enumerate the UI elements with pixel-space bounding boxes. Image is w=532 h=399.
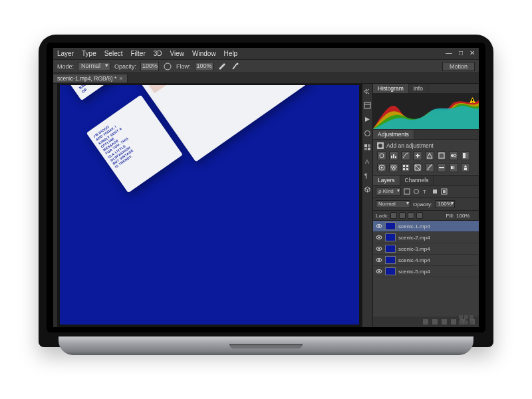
adj-invert-icon[interactable] [413,163,422,172]
opacity-label: Opacity: [114,63,136,70]
svg-point-53 [378,259,380,261]
adj-hue-icon[interactable] [437,151,446,160]
filter-smart-icon[interactable] [441,188,448,195]
close-tab-icon[interactable]: × [119,75,122,82]
menu-help[interactable]: Help [224,50,238,57]
menu-view[interactable]: View [170,50,185,57]
visibility-eye-icon[interactable] [376,245,382,252]
menu-type[interactable]: Type [82,50,96,57]
flow-value-input[interactable]: 100% [195,62,213,71]
menu-select[interactable]: Select [104,50,123,57]
rail-color-icon[interactable] [364,130,371,137]
canvas-artwork: A KIND OF I'M DIOGO AND TODAY, I KINDLY … [60,85,359,279]
bezel: Layer Type Select Filter 3D View Window … [47,43,485,332]
layer-blend-mode-select[interactable]: Normal [376,200,410,208]
menu-window[interactable]: Window [192,50,216,57]
adj-selectivecolor-icon[interactable] [461,163,470,172]
adj-photofilter-icon[interactable] [377,163,386,172]
window-minimize-button[interactable]: — [446,49,452,57]
layer-row[interactable]: scenic-5.mp4 [373,266,479,277]
title-card: A KIND OF [60,85,127,100]
layer-row[interactable]: scenic-1.mp4 [373,221,479,232]
rail-cube-icon[interactable] [364,186,371,193]
document-tab[interactable]: scenic-1.mp4, RGB/8) * × [53,74,128,82]
menu-filter[interactable]: Filter [131,50,146,57]
pressure-size-icon[interactable] [231,62,240,71]
rail-arrow-icon[interactable] [364,88,371,95]
adj-gradientmap-icon[interactable] [449,163,458,172]
adj-colorbalance-icon[interactable] [449,151,458,160]
motion-workspace-button[interactable]: Motion [442,62,475,71]
layer-thumbnail [385,256,396,264]
window-maximize-button[interactable]: □ [459,49,463,57]
blend-mode-select[interactable]: Normal [78,62,110,71]
svg-rect-38 [451,166,456,169]
filter-shape-icon[interactable] [432,188,438,195]
adj-channelmixer-icon[interactable] [389,163,398,172]
histogram-warning-icon[interactable] [469,96,476,104]
adj-brightness-icon[interactable] [377,151,386,160]
menu-layer[interactable]: Layer [57,50,74,57]
new-group-icon[interactable] [451,319,456,325]
layer-filter-kind-select[interactable]: ρ Kind [376,188,401,196]
rail-history-icon[interactable] [364,102,371,109]
filter-adjust-icon[interactable] [413,188,420,195]
menu-3d[interactable]: 3D [154,50,162,57]
filter-pixel-icon[interactable] [404,188,410,195]
canvas-area[interactable]: A KIND OF I'M DIOGO AND TODAY, I KINDLY … [57,84,362,327]
resize-grip-icon[interactable] [459,315,473,325]
link-layers-icon[interactable] [423,319,428,325]
tab-info[interactable]: Info [409,84,428,93]
visibility-eye-icon[interactable] [376,234,382,241]
lock-transparent-icon[interactable] [390,212,397,219]
svg-text:A: A [365,158,369,165]
rail-character-icon[interactable]: A [364,158,371,165]
layer-mask-icon[interactable] [442,319,447,325]
adj-vibrance-icon[interactable] [425,151,434,160]
svg-point-32 [392,168,395,170]
lock-position-icon[interactable] [408,212,414,219]
rail-paragraph-icon[interactable]: ¶ [364,172,371,179]
layer-style-icon[interactable] [432,319,438,325]
workspace: A KIND OF I'M DIOGO AND TODAY, I KINDLY … [53,84,479,327]
visibility-eye-icon[interactable] [376,223,382,229]
layer-row[interactable]: scenic-2.mp4 [373,232,479,243]
layer-row[interactable]: scenic-3.mp4 [373,243,479,255]
tab-adjustments[interactable]: Adjustments [373,130,414,139]
svg-point-0 [164,63,171,70]
visibility-eye-icon[interactable] [376,257,382,263]
visibility-eye-icon[interactable] [376,268,382,275]
svg-rect-37 [439,167,444,168]
layer-thumbnail [385,267,396,275]
layer-fill-input[interactable]: 100% [456,213,476,219]
adj-threshold-icon[interactable] [437,163,446,172]
adj-levels-icon[interactable] [389,151,398,160]
svg-point-51 [378,248,380,249]
laptop-base [59,336,473,355]
svg-point-29 [381,167,383,169]
document-tabstrip: scenic-1.mp4, RGB/8) * × [53,73,479,84]
opacity-value-input[interactable]: 100% [140,62,159,71]
adj-colorlookup-icon[interactable] [401,163,410,172]
window-close-button[interactable]: ✕ [469,49,475,57]
adj-curves-icon[interactable] [401,151,410,160]
tab-histogram[interactable]: Histogram [373,84,409,93]
filter-type-icon[interactable]: T [422,188,429,195]
rail-actions-icon[interactable] [364,116,371,123]
pressure-opacity-icon[interactable] [163,62,172,71]
lock-all-icon[interactable] [416,212,423,219]
adj-posterize-icon[interactable] [425,163,434,172]
svg-point-41 [414,190,418,194]
tab-layers[interactable]: Layers [373,176,400,185]
lock-pixels-icon[interactable] [399,212,406,219]
tab-channels[interactable]: Channels [400,176,434,185]
layer-thumbnail [385,245,396,253]
collapsed-panel-rail: A ¶ [362,84,372,327]
airbrush-icon[interactable] [217,62,227,71]
adj-bw-icon[interactable] [461,151,470,160]
layer-opacity-input[interactable]: 100% [435,200,455,208]
rail-swatches-icon[interactable] [364,144,371,151]
adj-exposure-icon[interactable] [413,151,422,160]
svg-rect-17 [391,156,392,158]
layer-row[interactable]: scenic-4.mp4 [373,255,479,266]
